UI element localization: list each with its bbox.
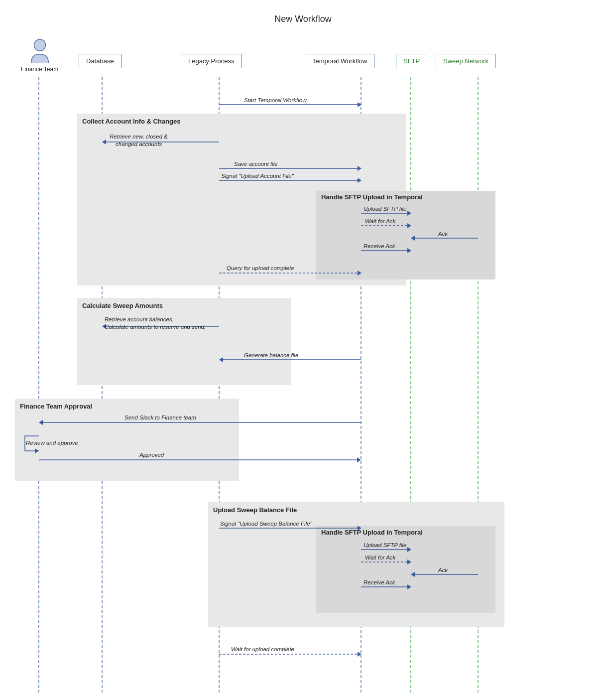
svg-text:Finance Team Approval: Finance Team Approval — [20, 403, 92, 410]
participant-legacy: Legacy Process — [181, 54, 242, 68]
svg-text:Handle SFTP Upload in Temporal: Handle SFTP Upload in Temporal — [321, 193, 423, 201]
svg-text:Query for upload complete: Query for upload complete — [227, 265, 294, 271]
svg-text:Upload Sweep Balance File: Upload Sweep Balance File — [213, 506, 297, 514]
svg-text:Receive Ack: Receive Ack — [364, 579, 396, 585]
svg-marker-56 — [35, 448, 39, 453]
svg-text:Signal "Upload Sweep Balance F: Signal "Upload Sweep Balance File" — [220, 521, 313, 527]
participant-database-box: Database — [79, 54, 121, 68]
participant-database: Database — [79, 54, 121, 68]
svg-marker-77 — [358, 652, 362, 657]
svg-text:Approved: Approved — [139, 452, 164, 458]
svg-text:Calculate amounts to reserve a: Calculate amounts to reserve and send. — [105, 324, 206, 330]
svg-rect-9 — [15, 399, 239, 481]
svg-point-79 — [34, 39, 45, 51]
svg-marker-35 — [407, 223, 411, 228]
svg-marker-22 — [102, 140, 106, 144]
svg-text:Send Slack to Finance team: Send Slack to Finance team — [124, 415, 196, 420]
svg-text:Wait for Ack: Wait for Ack — [365, 218, 396, 224]
participant-temporal-box: Temporal Workflow — [305, 54, 374, 68]
svg-text:Wait for upload complete: Wait for upload complete — [231, 646, 294, 652]
svg-text:Wait for Ack: Wait for Ack — [365, 555, 396, 560]
svg-marker-71 — [411, 572, 415, 577]
participant-finance: Finance Team — [21, 39, 58, 73]
svg-marker-47 — [102, 324, 106, 329]
svg-rect-10 — [208, 502, 504, 627]
svg-text:Start Temporal Workflow: Start Temporal Workflow — [244, 97, 307, 103]
svg-text:Ack: Ack — [438, 231, 448, 237]
svg-marker-59 — [357, 457, 361, 462]
page-title: New Workflow — [0, 0, 606, 34]
svg-marker-65 — [407, 547, 411, 552]
svg-text:Upload SFTP file: Upload SFTP file — [364, 542, 407, 548]
svg-text:Receive Ack: Receive Ack — [364, 243, 396, 249]
participant-sftp: SFTP — [396, 54, 427, 68]
participant-sweep: Sweep Network — [436, 54, 496, 68]
svg-rect-6 — [77, 114, 406, 285]
svg-marker-54 — [39, 420, 43, 425]
participant-legacy-box: Legacy Process — [181, 54, 242, 68]
svg-marker-62 — [358, 526, 362, 531]
diagram-container: New Workflow Collect Account Info & Chan… — [0, 0, 606, 700]
svg-text:Save account file: Save account file — [234, 161, 278, 167]
svg-text:Collect Account Info & Changes: Collect Account Info & Changes — [82, 118, 180, 125]
svg-text:Review and approve: Review and approve — [26, 440, 78, 446]
svg-marker-19 — [358, 102, 362, 107]
svg-text:Signal "Upload Account File": Signal "Upload Account File" — [221, 173, 294, 179]
svg-text:Calculate Sweep Amounts: Calculate Sweep Amounts — [82, 302, 163, 309]
svg-overlay: Collect Account Info & Changes Handle SF… — [0, 0, 606, 700]
svg-text:Retrieve new, closed &: Retrieve new, closed & — [110, 134, 168, 140]
svg-marker-26 — [358, 166, 362, 171]
svg-text:Handle SFTP Upload in Temporal: Handle SFTP Upload in Temporal — [321, 529, 423, 536]
svg-marker-51 — [219, 357, 223, 362]
svg-marker-74 — [407, 584, 411, 589]
svg-marker-41 — [407, 248, 411, 253]
svg-rect-7 — [316, 191, 495, 280]
svg-marker-29 — [358, 178, 362, 183]
participant-temporal: Temporal Workflow — [305, 54, 374, 68]
svg-marker-68 — [407, 560, 411, 564]
svg-text:Ack: Ack — [438, 567, 448, 573]
svg-marker-44 — [358, 271, 362, 276]
svg-marker-38 — [411, 236, 415, 241]
svg-text:changed accounts: changed accounts — [116, 141, 162, 147]
svg-rect-11 — [316, 526, 495, 613]
participant-sweep-box: Sweep Network — [436, 54, 496, 68]
svg-text:Generate balance file: Generate balance file — [244, 352, 298, 358]
svg-marker-32 — [407, 211, 411, 216]
actor-icon — [30, 39, 50, 64]
svg-text:Retrieve account balances.: Retrieve account balances. — [105, 316, 174, 322]
participant-sftp-box: SFTP — [396, 54, 427, 68]
svg-text:Upload SFTP file: Upload SFTP file — [364, 206, 407, 212]
participant-finance-label: Finance Team — [21, 66, 58, 73]
svg-rect-8 — [77, 298, 291, 385]
